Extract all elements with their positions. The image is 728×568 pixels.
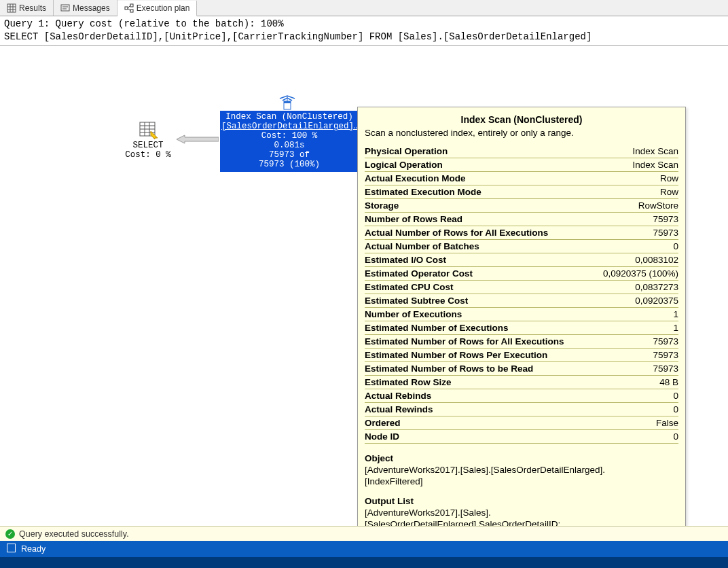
tooltip-row-value: Index Scan xyxy=(587,158,678,171)
status-ready: Ready xyxy=(21,544,46,554)
execution-plan-canvas[interactable]: SELECT Cost: 0 % Index Scan (NonClustere… xyxy=(0,46,728,521)
bottom-bar xyxy=(0,557,728,568)
tooltip-row-key: Estimated Execution Mode xyxy=(365,185,587,198)
success-icon: ✓ xyxy=(5,529,15,539)
grid-icon xyxy=(7,3,16,13)
svg-rect-5 xyxy=(61,5,69,11)
tab-execution-plan[interactable]: Execution plan xyxy=(117,1,198,16)
tooltip-row: Estimated Row Size48 B xyxy=(365,375,678,389)
tooltip-row: Estimated Number of Executions1 xyxy=(365,321,678,334)
plan-arrow xyxy=(177,134,219,145)
tooltip-output-label: Output List xyxy=(365,496,678,506)
tooltip-row-value: 75973 xyxy=(587,361,678,375)
tooltip-row: Actual Number of Rows for All Executions… xyxy=(365,226,678,239)
tooltip-row-key: Ordered xyxy=(365,416,587,429)
tooltip-row-key: Actual Execution Mode xyxy=(365,171,587,185)
svg-rect-9 xyxy=(130,4,133,7)
tooltip-row-key: Storage xyxy=(365,198,587,212)
tooltip-row-value: 0 xyxy=(587,389,678,402)
tooltip-row-key: Estimated Number of Rows to be Read xyxy=(365,361,587,375)
tooltip-row: Number of Rows Read75973 xyxy=(365,212,678,226)
tab-messages[interactable]: Messages xyxy=(54,0,117,16)
tooltip-title: Index Scan (NonClustered) xyxy=(365,114,678,125)
tooltip-row: Actual Number of Batches0 xyxy=(365,239,678,253)
tooltip-row: Logical OperationIndex Scan xyxy=(365,158,678,171)
tooltip-object-label: Object xyxy=(365,453,678,463)
tooltip-row: Estimated Number of Rows to be Read75973 xyxy=(365,361,678,375)
tooltip-row-key: Actual Number of Rows for All Executions xyxy=(365,226,587,239)
scan-line: 75973 (100%) xyxy=(221,160,357,169)
scan-line: [SalesOrderDetailEnlarged]… xyxy=(221,122,357,131)
scan-line: Cost: 100 % xyxy=(221,131,357,141)
checkbox-icon xyxy=(7,544,16,554)
tooltip-row-value: Row xyxy=(587,185,678,198)
tooltip-row-value: 1 xyxy=(587,321,678,334)
tooltip-row-value: 0 xyxy=(587,402,678,416)
node-cost: Cost: 0 % xyxy=(121,150,175,160)
tooltip-row-value: 75973 xyxy=(587,212,678,226)
tooltip-row-key: Estimated Number of Rows for All Executi… xyxy=(365,334,587,348)
tooltip-row: Estimated Number of Rows Per Execution75… xyxy=(365,348,678,361)
tab-results[interactable]: Results xyxy=(0,0,54,16)
plan-node-index-scan[interactable]: Index Scan (NonClustered) [SalesOrderDet… xyxy=(220,111,359,172)
tooltip-row-value: RowStore xyxy=(587,198,678,212)
scan-line: 75973 of xyxy=(221,150,357,160)
tooltip-row-value: 0,0920375 (100%) xyxy=(587,266,678,280)
svg-rect-8 xyxy=(125,7,128,10)
tooltip-row-value: 48 B xyxy=(587,375,678,389)
tooltip-row: Physical OperationIndex Scan xyxy=(365,145,678,158)
tooltip-row-value: 0,0083102 xyxy=(587,253,678,266)
tooltip-row: Node ID0 xyxy=(365,429,678,443)
tooltip-row-key: Physical Operation xyxy=(365,145,587,158)
tooltip-object-line: [IndexFiltered] xyxy=(365,476,678,486)
status-text: Query executed successfully. xyxy=(19,529,129,539)
tab-strip: Results Messages Execution plan xyxy=(0,0,728,16)
tooltip-row-key: Actual Rewinds xyxy=(365,402,587,416)
tooltip-subtitle: Scan a nonclustered index, entirely or o… xyxy=(365,128,678,138)
tab-label: Execution plan xyxy=(136,3,190,13)
messages-icon xyxy=(60,3,70,13)
tooltip-row-value: 75973 xyxy=(587,348,678,361)
tooltip-row: Estimated Execution ModeRow xyxy=(365,185,678,198)
tab-label: Results xyxy=(19,3,46,13)
node-label: SELECT xyxy=(121,141,175,150)
status-bar-query: ✓ Query executed successfully. xyxy=(0,526,728,541)
tooltip-properties-table: Physical OperationIndex ScanLogical Oper… xyxy=(365,145,678,444)
tooltip-row-value: False xyxy=(587,416,678,429)
tooltip-row-value: 0 xyxy=(587,429,678,443)
tooltip-row-key: Estimated Operator Cost xyxy=(365,266,587,280)
query-line: Query 1: Query cost (relative to the bat… xyxy=(4,18,284,29)
tooltip-row-value: Index Scan xyxy=(587,145,678,158)
tooltip-row: Estimated I/O Cost0,0083102 xyxy=(365,253,678,266)
tooltip-row: Estimated CPU Cost0,0837273 xyxy=(365,280,678,294)
tooltip-row-key: Estimated Number of Executions xyxy=(365,321,587,334)
tooltip-row: OrderedFalse xyxy=(365,416,678,429)
tooltip-row-key: Estimated Number of Rows Per Execution xyxy=(365,348,587,361)
tooltip-row-key: Estimated Subtree Cost xyxy=(365,294,587,307)
tooltip-row-key: Number of Rows Read xyxy=(365,212,587,226)
tooltip-row-key: Estimated Row Size xyxy=(365,375,587,389)
svg-rect-22 xyxy=(284,101,291,103)
tooltip-row-value: 0,0920375 xyxy=(587,294,678,307)
scan-line: Index Scan (NonClustered) xyxy=(221,112,357,122)
plan-icon xyxy=(124,3,134,13)
tooltip-row-key: Number of Executions xyxy=(365,307,587,321)
svg-rect-0 xyxy=(7,4,16,12)
tooltip-object-line: [AdventureWorks2017].[Sales].[SalesOrder… xyxy=(365,465,678,475)
tooltip-row-value: 1 xyxy=(587,307,678,321)
tooltip-row: StorageRowStore xyxy=(365,198,678,212)
tooltip-row-key: Node ID xyxy=(365,429,587,443)
tooltip-row-key: Logical Operation xyxy=(365,158,587,171)
svg-rect-24 xyxy=(7,544,16,552)
query-line: SELECT [SalesOrderDetailID],[UnitPrice],… xyxy=(4,31,592,42)
tooltip-row-key: Actual Number of Batches xyxy=(365,239,587,253)
scan-line: 0.081s xyxy=(221,141,357,150)
tooltip-row: Estimated Number of Rows for All Executi… xyxy=(365,334,678,348)
tooltip-row: Number of Executions1 xyxy=(365,307,678,321)
tooltip-row: Actual Rebinds0 xyxy=(365,389,678,402)
svg-line-12 xyxy=(128,8,130,11)
tooltip-row-value: 75973 xyxy=(587,334,678,348)
tooltip-row: Estimated Subtree Cost0,0920375 xyxy=(365,294,678,307)
tooltip-row-value: Row xyxy=(587,171,678,185)
plan-node-select[interactable]: SELECT Cost: 0 % xyxy=(121,120,175,160)
